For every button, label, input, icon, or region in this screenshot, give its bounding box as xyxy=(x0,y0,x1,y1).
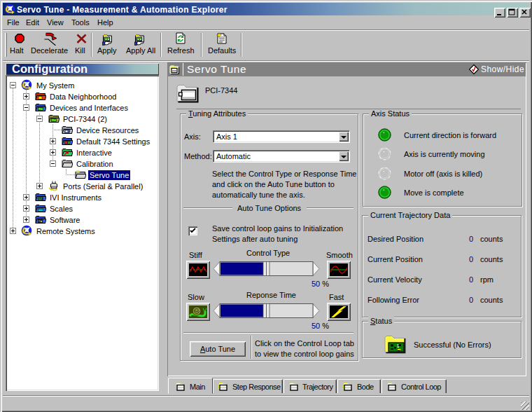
svg-text:IVI: IVI xyxy=(38,198,43,201)
